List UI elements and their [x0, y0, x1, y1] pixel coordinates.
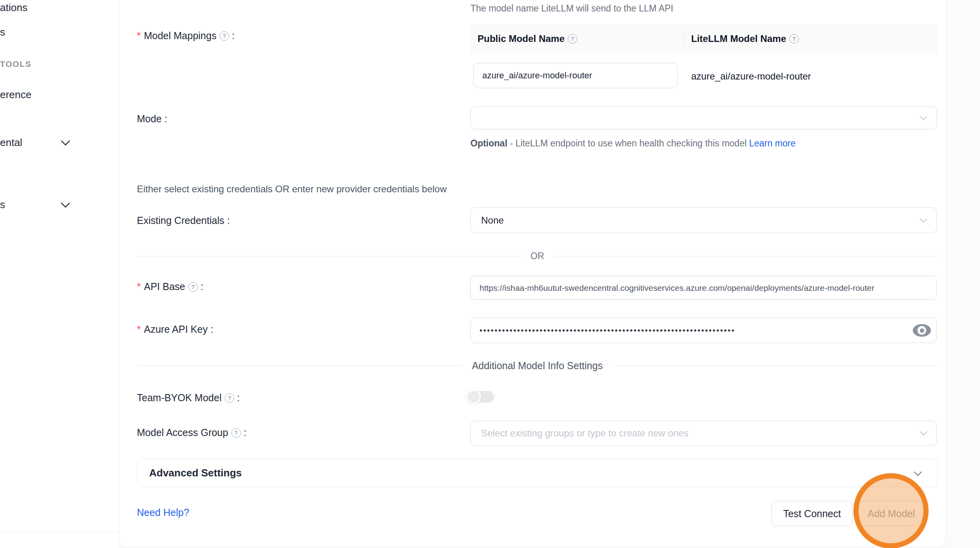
additional-model-info-divider: Additional Model Info Settings — [137, 360, 938, 372]
question-circle-icon[interactable]: ? — [188, 282, 198, 292]
required-asterisk: * — [137, 281, 141, 292]
mode-select[interactable] — [470, 106, 937, 129]
existing-credentials-select[interactable]: None — [470, 207, 937, 233]
existing-credentials-value: None — [481, 215, 504, 226]
sidebar-divider — [0, 532, 119, 533]
sidebar-item[interactable]: erence — [0, 89, 32, 101]
model-mappings-table: Public Model Name ? LiteLLM Model Name ?… — [470, 24, 938, 113]
sidebar-item[interactable]: ations — [0, 2, 27, 14]
mode-label: Mode : — [137, 113, 167, 125]
sidebar-section-label: TOOLS — [0, 59, 31, 69]
sidebar: ations s TOOLS erence ental s — [0, 0, 119, 548]
masked-password-value: ••••••••••••••••••••••••••••••••••••••••… — [480, 326, 735, 335]
test-connect-button[interactable]: Test Connect — [771, 501, 853, 526]
api-base-label: * API Base ? : — [137, 281, 203, 292]
chevron-down-icon — [914, 468, 922, 476]
team-byok-label: Team-BYOK Model ? : — [137, 392, 240, 404]
required-asterisk: * — [137, 324, 141, 335]
need-help-link[interactable]: Need Help? — [137, 507, 189, 518]
table-header-public-model-name: Public Model Name ? — [470, 33, 684, 44]
chevron-down-icon[interactable] — [61, 136, 70, 146]
question-circle-icon[interactable]: ? — [568, 34, 577, 44]
sidebar-item[interactable]: ental — [0, 137, 22, 149]
litellm-model-name-helper: The model name LiteLLM will send to the … — [470, 3, 673, 14]
public-model-name-input[interactable]: azure_ai/azure-model-router — [473, 63, 678, 88]
question-circle-icon[interactable]: ? — [225, 393, 234, 403]
model-access-group-select[interactable]: Select existing groups or type to create… — [470, 421, 937, 446]
table-header-litellm-model-name: LiteLLM Model Name ? — [684, 33, 799, 44]
sidebar-item[interactable]: s — [0, 199, 5, 211]
chevron-down-icon[interactable] — [61, 198, 70, 208]
chevron-down-icon — [920, 428, 927, 435]
table-row: azure_ai/azure-model-router azure_ai/azu… — [470, 53, 938, 113]
api-base-input[interactable]: https://ishaa-mh6uutut-swedencentral.cog… — [470, 276, 937, 300]
question-circle-icon[interactable]: ? — [220, 31, 229, 41]
add-model-button[interactable]: Add Model — [857, 501, 926, 526]
toggle-knob — [466, 389, 481, 404]
learn-more-link[interactable]: Learn more — [749, 138, 796, 148]
model-mappings-label: * Model Mappings ? : — [137, 30, 235, 42]
question-circle-icon[interactable]: ? — [789, 34, 799, 44]
mode-helper-text: Optional - LiteLLM endpoint to use when … — [470, 136, 803, 151]
required-asterisk: * — [137, 30, 141, 42]
sidebar-item[interactable]: s — [0, 26, 5, 38]
chevron-down-icon — [920, 215, 927, 222]
chevron-down-icon — [920, 113, 927, 120]
model-access-group-placeholder: Select existing groups or type to create… — [481, 428, 908, 439]
litellm-model-name-value: azure_ai/azure-model-router — [691, 71, 811, 82]
existing-credentials-label: Existing Credentials : — [137, 215, 230, 226]
advanced-settings-label: Advanced Settings — [149, 467, 242, 479]
or-divider: OR — [137, 251, 938, 262]
azure-api-key-label: * Azure API Key : — [137, 324, 213, 335]
question-circle-icon[interactable]: ? — [231, 428, 241, 438]
model-access-group-label: Model Access Group ? : — [137, 427, 246, 438]
advanced-settings-panel[interactable]: Advanced Settings — [137, 459, 938, 487]
azure-api-key-input[interactable]: ••••••••••••••••••••••••••••••••••••••••… — [470, 318, 937, 343]
table-header-separator — [684, 31, 684, 46]
team-byok-toggle[interactable] — [467, 391, 494, 403]
eye-icon[interactable] — [913, 324, 931, 337]
credentials-note: Either select existing credentials OR en… — [137, 184, 447, 195]
table-header-row: Public Model Name ? LiteLLM Model Name ? — [470, 24, 938, 53]
